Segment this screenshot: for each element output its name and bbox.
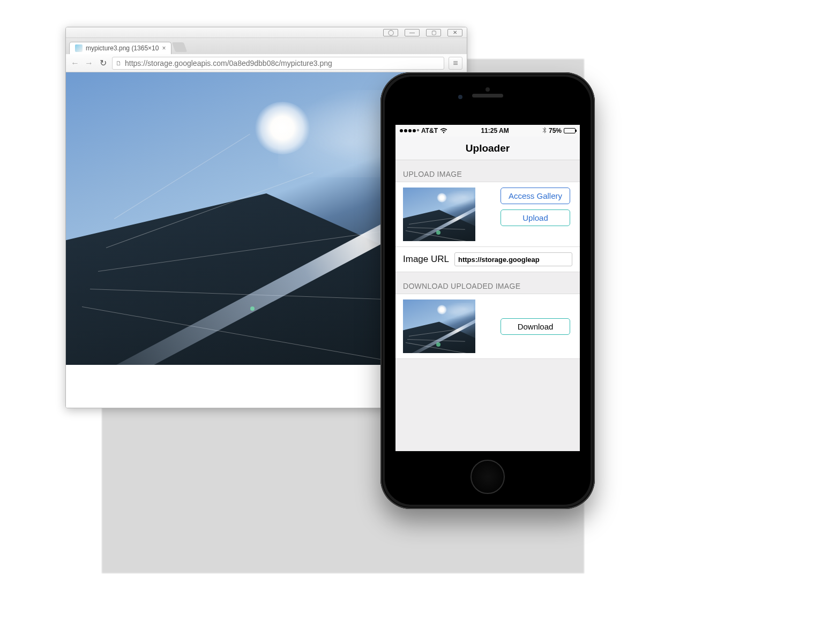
tab-strip: mypicture3.png (1365×10 × xyxy=(66,38,467,54)
battery-label: 75% xyxy=(549,127,562,134)
status-bar: AT&T 11:25 AM 75% xyxy=(395,125,580,137)
bluetooth-icon xyxy=(542,127,547,134)
phone-camera-icon xyxy=(486,87,490,92)
image-url-row: Image URL xyxy=(395,247,580,272)
download-thumbnail xyxy=(403,299,475,353)
tab-title: mypicture3.png (1365×10 xyxy=(86,44,159,52)
download-section-header: DOWNLOAD UPLOADED IMAGE xyxy=(395,272,580,294)
user-icon[interactable]: ◯ xyxy=(383,29,398,36)
menu-button[interactable]: ≡ xyxy=(449,57,462,70)
new-tab-button[interactable] xyxy=(172,42,188,52)
nav-title: Uploader xyxy=(395,137,580,160)
upload-thumbnail xyxy=(403,188,475,241)
upload-button[interactable]: Upload xyxy=(501,209,570,226)
phone-sensor-icon xyxy=(458,95,462,99)
address-bar[interactable]: 🗋 https://storage.googleapis.com/0a8ed9d… xyxy=(112,57,444,70)
close-button[interactable]: ✕ xyxy=(447,29,462,36)
status-time: 11:25 AM xyxy=(481,127,509,134)
url-bar: ← → ↻ 🗋 https://storage.googleapis.com/0… xyxy=(66,54,467,72)
download-button[interactable]: Download xyxy=(501,318,570,335)
browser-tab[interactable]: mypicture3.png (1365×10 × xyxy=(69,42,171,54)
upload-panel: Access Gallery Upload xyxy=(395,182,580,247)
forward-button[interactable]: → xyxy=(84,58,94,68)
wifi-icon xyxy=(440,128,447,134)
battery-icon xyxy=(564,128,576,133)
home-button[interactable] xyxy=(471,460,505,494)
carrier-label: AT&T xyxy=(421,127,438,134)
upload-section-header: UPLOAD IMAGE xyxy=(395,160,580,182)
reload-button[interactable]: ↻ xyxy=(98,58,108,68)
download-panel: Download xyxy=(395,294,580,359)
tab-close-icon[interactable]: × xyxy=(162,44,166,52)
signal-icon xyxy=(400,129,419,132)
minimize-button[interactable]: — xyxy=(405,29,420,36)
maximize-button[interactable]: ▢ xyxy=(426,29,441,36)
access-gallery-button[interactable]: Access Gallery xyxy=(501,188,570,204)
image-url-label: Image URL xyxy=(403,254,449,265)
image-url-input[interactable] xyxy=(454,252,572,266)
page-icon: 🗋 xyxy=(116,60,122,66)
url-text: https://storage.googleapis.com/0a8ed9dbb… xyxy=(125,59,332,68)
favicon-icon xyxy=(75,44,83,52)
back-button[interactable]: ← xyxy=(70,58,80,68)
window-controls: ◯ — ▢ ✕ xyxy=(66,27,467,38)
phone-speaker-icon xyxy=(472,94,503,98)
phone-screen: AT&T 11:25 AM 75% Uploader UPLOAD IMAGE xyxy=(395,125,580,451)
phone-device: AT&T 11:25 AM 75% Uploader UPLOAD IMAGE xyxy=(380,72,595,509)
